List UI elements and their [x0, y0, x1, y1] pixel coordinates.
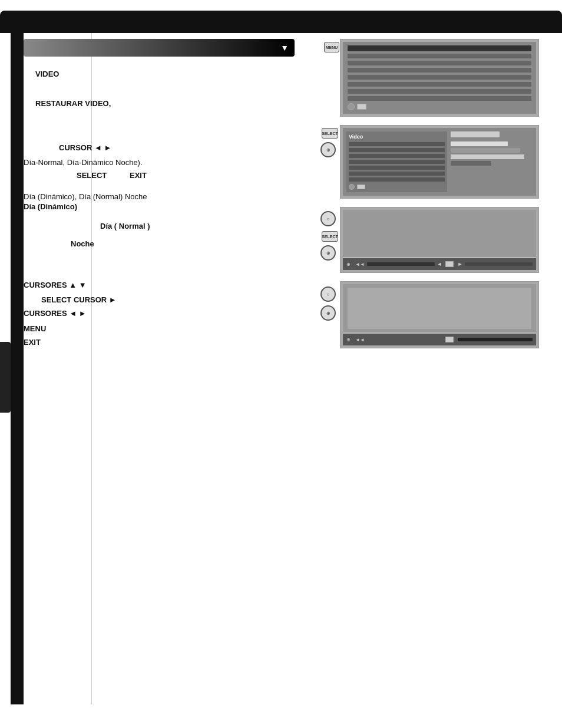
screenshot-4: ○ ⊕ ⊕ ◄◄ — [340, 281, 539, 348]
section-header: ▼ — [24, 39, 295, 57]
circle-button-4b[interactable]: ⊕ — [320, 305, 336, 321]
bottom-circle-small — [349, 184, 355, 190]
video-row-7 — [349, 177, 445, 182]
circle-button-4a[interactable]: ○ — [320, 286, 336, 302]
menu-row-1 — [348, 54, 531, 58]
video-right-panel — [451, 131, 533, 192]
circle-button-3b[interactable]: ⊕ — [320, 245, 336, 261]
screen-1-menu — [343, 42, 536, 114]
select-label: SELECT — [77, 170, 107, 182]
menu-row-6 — [348, 89, 531, 94]
screen-2-video: Video — [343, 128, 536, 196]
mode-bar-right — [465, 262, 533, 266]
video-label: VIDEO — [35, 68, 59, 80]
video-bar-4 — [451, 161, 492, 166]
screen-4-main — [348, 288, 531, 329]
video-title: Video — [349, 134, 445, 140]
screen-3-mode — [343, 210, 536, 257]
video-bar-2 — [451, 148, 521, 153]
menu-row-5 — [348, 82, 531, 87]
screen4-bar-right — [458, 338, 533, 341]
select-button-2[interactable]: SELECT — [322, 128, 338, 139]
screen-4-bar-row: ⊕ ◄◄ — [346, 337, 533, 342]
screen-4-bottom: ⊕ ◄◄ — [343, 334, 536, 345]
menu-highlight-row — [348, 45, 531, 51]
screenshot-3: ○ SELECT ⊕ ⊕ ◄◄ ◄ ► — [340, 207, 539, 273]
mode-arrow-left: ◄ — [437, 261, 442, 267]
menu-label: MENU — [24, 323, 46, 335]
video-row-5 — [349, 166, 445, 170]
screen-1-inner — [343, 42, 536, 114]
menu-row-2 — [348, 61, 531, 65]
video-bar-1 — [451, 141, 508, 146]
video-bottom-icons — [349, 184, 445, 190]
circle-button-3a[interactable]: ○ — [320, 211, 336, 226]
select-cursor-right-label: SELECT CURSOR ► — [41, 294, 117, 306]
restaurar-label: RESTAURAR VIDEO, — [35, 98, 111, 110]
screen-2-inner: Video — [343, 128, 536, 196]
exit2-label: EXIT — [24, 337, 41, 348]
mode-bottom-icon: ⊕ — [346, 262, 351, 267]
exit-label: EXIT — [130, 170, 147, 182]
cursores-left-right-label: CURSORES ◄ ► — [24, 308, 87, 319]
noche-label: Noche — [71, 238, 94, 250]
menu-row-4 — [348, 75, 531, 80]
screenshot-1: MENU — [340, 39, 539, 117]
screen4-bar — [367, 338, 442, 341]
screen-4-mode — [343, 284, 536, 332]
left-tab — [0, 342, 11, 413]
video-row-4 — [349, 160, 445, 164]
screen-3-bottom: ⊕ ◄◄ ◄ ► — [343, 258, 536, 270]
bottom-rect-small — [357, 185, 365, 189]
menu-row-3 — [348, 68, 531, 73]
video-row-3 — [349, 154, 445, 158]
screen-3-inner: ⊕ ◄◄ ◄ ► — [343, 210, 536, 270]
mode-arrow-right: ► — [457, 261, 462, 267]
top-bar — [0, 11, 562, 33]
video-bar-5 — [451, 167, 484, 172]
mode-bar-row: ⊕ ◄◄ ◄ ► — [346, 261, 533, 267]
dia-normal-label: Día ( Normal ) — [100, 220, 150, 232]
color-name-bar — [451, 131, 500, 137]
circle-button-2[interactable]: ⊕ — [320, 142, 336, 157]
main-content: ▼ VIDEO RESTAURAR VIDEO, CURSOR ◄ ► Día-… — [24, 33, 312, 704]
video-row-1 — [349, 142, 445, 146]
screenshot-2: SELECT ⊕ Video — [340, 125, 539, 199]
cursores-up-down-label: CURSORES ▲ ▼ — [24, 279, 87, 291]
video-row-6 — [349, 172, 445, 176]
video-left-panel: Video — [346, 131, 447, 192]
right-panel: MENU SELECT ⊕ — [321, 33, 539, 357]
bottom-rect-icon — [357, 104, 366, 110]
menu-button-1[interactable]: MENU — [324, 42, 339, 52]
bottom-circle-icon — [348, 103, 355, 110]
cursor-arrows-label: CURSOR ◄ ► — [59, 142, 111, 154]
mode-rect — [445, 261, 454, 267]
left-sidebar — [11, 33, 24, 704]
screen4-rect — [445, 337, 454, 342]
screen-4-inner: ⊕ ◄◄ — [343, 284, 536, 345]
select-button-3[interactable]: SELECT — [322, 231, 338, 242]
modes-label: Día-Normal, Día-Dinámico Noche). — [24, 157, 143, 169]
mode-progress-bar — [367, 262, 435, 266]
section-arrow-icon: ▼ — [280, 43, 289, 52]
video-bar-3 — [451, 154, 524, 159]
menu-bottom-icons — [348, 103, 531, 110]
mode-main-area — [348, 213, 531, 249]
screen4-arrows: ◄◄ — [355, 337, 365, 342]
video-row-2 — [349, 148, 445, 152]
mode-arrows-icon: ◄◄ — [355, 262, 365, 267]
screen4-icon: ⊕ — [346, 337, 351, 342]
dia-dinamico2-label: Día (Dinámico) — [24, 201, 77, 213]
menu-row-7 — [348, 96, 531, 101]
